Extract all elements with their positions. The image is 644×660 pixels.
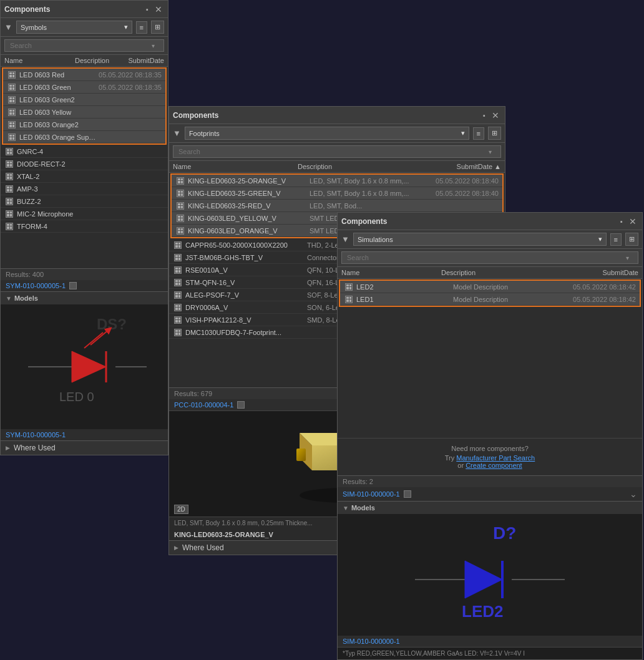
symbols-toolbar: ▼ Symbols ▾ ≡ ⊞ (1, 18, 168, 37)
footprints-list-view-button[interactable]: ≡ (473, 127, 484, 140)
simulations-panel: Components ▪ ✕ ▼ Simulations ▾ ≡ ⊞ ▾ Nam… (337, 212, 643, 660)
footprints-toolbar: ▼ Footprints ▾ ≡ ⊞ (169, 124, 505, 143)
symbols-panel-controls: ▪ ✕ (144, 4, 164, 14)
table-row[interactable]: LED 0603 Green LED, SMT, 0603(1608), 0.2… (3, 81, 165, 94)
table-row[interactable]: MIC-2 Microphone Microphone (1, 208, 168, 220)
symbols-grid-view-button[interactable]: ⊞ (151, 21, 164, 34)
symbols-models-section: ▼ Models DS? (1, 291, 168, 429)
table-row[interactable]: LED 0603 Green2 LED, SMT, 060... (3, 94, 165, 106)
table-row[interactable]: KING-LED0603-25-ORANGE_V LED, SMT, Body … (172, 175, 502, 187)
need-more-text: Need more components? (344, 445, 636, 452)
simulations-part-id-row: SIM-010-000000-1 ⌄ (338, 487, 642, 501)
simulations-panel-title: Components (341, 217, 615, 226)
symbols-col-name: Name (4, 57, 75, 64)
symbols-preview-canvas: DS? LED 0 (1, 304, 168, 429)
symbols-models-label: Models (14, 294, 38, 302)
simulations-results: Results: 2 (338, 475, 642, 487)
symbols-led-svg: DS? LED 0 (9, 311, 159, 423)
footprints-close-button[interactable]: ✕ (490, 110, 501, 120)
symbols-table-header: Name Description SubmitDate (1, 55, 168, 67)
need-more-section: Need more components? Try Manufacturer P… (338, 438, 642, 475)
symbols-where-used[interactable]: ▶ Where Used (1, 440, 168, 455)
symbols-col-desc: Description (75, 57, 109, 64)
footprints-filter-icon: ▼ (173, 129, 181, 138)
table-row[interactable]: DIODE-RECT-2 Bridge Rectif... (1, 158, 168, 170)
manufacturer-search-link[interactable]: Manufacturer Part Search (456, 454, 535, 462)
simulations-models-label: Models (351, 504, 375, 512)
simulations-table-header: Name Description SubmitDate (338, 267, 642, 279)
table-row[interactable]: LED 0603 Red Ultra Thin Hyper Red SMD C.… (3, 69, 165, 81)
symbols-selected-group: LED 0603 Red Ultra Thin Hyper Red SMD C.… (2, 67, 167, 145)
table-row[interactable]: LED 0603 Orange SuperBright LED, SMT, 06… (3, 131, 165, 143)
simulations-list-view-button[interactable]: ≡ (610, 233, 622, 246)
preview-2d-badge[interactable]: 2D (174, 505, 188, 513)
simulations-models-section: ▼ Models D? LED2 (338, 501, 642, 636)
table-row[interactable]: BUZZ-2 Buzzer (1, 195, 168, 208)
simulations-table-body: LED2 Model Description 05.05.2022 08:18:… (338, 279, 642, 438)
symbols-search-bar: ▾ (1, 37, 168, 55)
symbols-table-body: LED 0603 Red Ultra Thin Hyper Red SMD C.… (1, 67, 168, 268)
symbols-search-input[interactable] (4, 39, 164, 52)
simulations-preview-canvas: D? LED2 (338, 514, 642, 636)
footprints-panel-controls: ▪ ✕ (481, 110, 501, 120)
symbols-pin-button[interactable]: ▪ (144, 4, 150, 14)
table-row[interactable]: GNRC-4 Generic Com... (1, 145, 168, 158)
table-row[interactable]: LED 0603 Yellow LED, SMT, 06... (3, 106, 165, 119)
simulations-panel-header: Components ▪ ✕ (338, 213, 642, 230)
footprints-part-checkbox[interactable] (237, 401, 245, 409)
symbols-part-checkbox[interactable] (69, 282, 77, 289)
table-row[interactable]: XTAL-2 Crystal (1, 170, 168, 183)
footprints-pin-button[interactable]: ▪ (481, 110, 487, 120)
table-row[interactable]: LED1 Model Description 05.05.2022 08:18:… (340, 293, 640, 306)
table-row[interactable]: TFORM-4 Transformer (1, 220, 168, 233)
symbols-close-button[interactable]: ✕ (153, 4, 164, 14)
table-row[interactable]: LED 0603 Orange2 LED, SMT, 06... (3, 119, 165, 131)
symbols-panel-title: Components (4, 5, 140, 14)
where-used-arrow-icon: ▶ (6, 445, 10, 451)
symbols-models-header[interactable]: ▼ Models (1, 292, 168, 304)
simulations-panel-controls: ▪ ✕ (618, 216, 638, 226)
filter-icon: ▼ (4, 22, 12, 32)
footprints-panel-title: Components (173, 111, 477, 120)
simulations-bottom-text: *Typ RED,GREEN,YELLOW,AMBER GaAs LED: Vf… (338, 647, 642, 659)
table-row[interactable]: LED2 Model Description 05.05.2022 08:18:… (340, 281, 640, 293)
or-text: or (457, 462, 466, 469)
simulations-led-svg: D? LED2 (402, 517, 577, 633)
symbols-results: Results: 400 (1, 268, 168, 280)
preview-label-text: DS? (97, 316, 127, 332)
footprints-col-date: SubmitDate ▲ (414, 163, 501, 170)
simulations-preview-part-id-row: SIM-010-000000-1 (338, 636, 642, 647)
simulations-expand-btn[interactable]: ⌄ (630, 489, 637, 499)
symbols-panel-header: Components ▪ ✕ (1, 1, 168, 18)
simulations-close-button[interactable]: ✕ (627, 216, 638, 226)
table-row[interactable]: KING-LED0603-25-GREEN_V LED, SMT, Body 1… (172, 187, 502, 200)
symbols-part-id: SYM-010-000005-1 (6, 282, 66, 289)
symbols-where-used-label: Where Used (14, 444, 56, 452)
footprints-table-header: Name Description SubmitDate ▲ (169, 161, 505, 173)
table-row[interactable]: AMP-3 Operational ... (1, 183, 168, 195)
simulations-search-input[interactable] (341, 251, 638, 264)
footprints-type-dropdown[interactable]: Footprints ▾ (185, 127, 469, 140)
svg-rect-11 (296, 449, 306, 461)
try-text: Try (445, 454, 457, 462)
simulations-type-dropdown[interactable]: Simulations ▾ (353, 233, 607, 246)
simulations-part-checkbox[interactable] (404, 490, 411, 498)
footprints-col-desc: Description (298, 163, 414, 170)
svg-marker-15 (465, 561, 502, 598)
footprints-grid-view-button[interactable]: ⊞ (488, 127, 501, 140)
simulations-search-dropdown-icon: ▾ (626, 255, 629, 261)
symbols-type-dropdown[interactable]: Symbols ▾ (16, 21, 132, 34)
simulations-toolbar: ▼ Simulations ▾ ≡ ⊞ (338, 230, 642, 249)
symbols-col-date: SubmitDate (109, 57, 164, 64)
models-expand-icon: ▼ (6, 295, 12, 302)
footprints-search-input[interactable] (173, 145, 501, 158)
simulations-models-header[interactable]: ▼ Models (338, 502, 642, 514)
create-component-link[interactable]: Create component (466, 462, 522, 469)
simulations-pin-button[interactable]: ▪ (618, 216, 625, 226)
try-row: Try Manufacturer Part Search (344, 454, 636, 462)
symbols-list-view-button[interactable]: ≡ (136, 21, 147, 34)
table-row[interactable]: KING-LED0603-25-RED_V LED, SMT, Bod... (172, 200, 502, 212)
simulations-grid-view-button[interactable]: ⊞ (625, 233, 638, 246)
svg-text:LED 0: LED 0 (59, 390, 94, 404)
symbols-preview-part-id: SYM-010-000005-1 (6, 431, 66, 439)
